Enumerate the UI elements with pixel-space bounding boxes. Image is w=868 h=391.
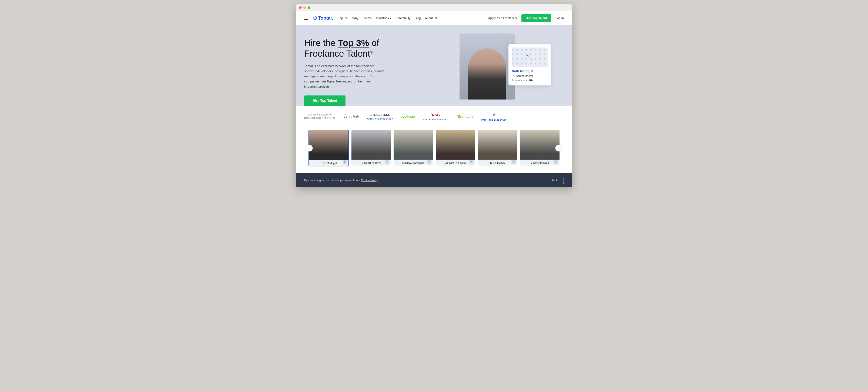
browser-window: ⬡ Toptal. Top 3% Why Clients Industries … <box>296 4 572 187</box>
airbnb-logo: airbnb <box>344 114 359 119</box>
hero-section: Hire the Top 3% of Freelance Talent® Top… <box>296 25 572 106</box>
hero-title: Hire the Top 3% of Freelance Talent® <box>304 38 411 59</box>
freelancer-card-ruth[interactable]: Ruth Madrigal T <box>308 130 349 166</box>
toptal-watermark-matthew: T <box>427 160 431 164</box>
navbar-left: ⬡ Toptal. Top 3% Why Clients Industries … <box>304 15 437 21</box>
brand-airbnb[interactable]: airbnb <box>344 114 359 119</box>
carousel-prev-button[interactable]: ‹ <box>306 145 313 151</box>
navbar-right: Apply as a Freelancer Hire Top Talent Lo… <box>488 14 564 22</box>
freelancers-carousel: ‹ Ruth Madrigal T Vladimir Mitrovic T <box>304 127 564 169</box>
person-silhouette <box>468 48 506 100</box>
carousel-next-button[interactable]: › <box>555 145 562 151</box>
duolingo-logo: duolingo <box>401 115 415 118</box>
shopify-logo: 🛍 shopify <box>457 114 473 119</box>
logo-icon: ⬡ <box>313 16 317 21</box>
check-icon: ☑ <box>512 74 515 78</box>
emily-photo <box>478 130 517 160</box>
cookie-text: By continuing to use this site you agree… <box>304 178 378 182</box>
trusted-brands-section: TRUSTED BY LEADINGBRANDS AND STARTUPS ai… <box>296 106 572 127</box>
minimize-button[interactable] <box>303 6 306 9</box>
nav-community[interactable]: Community <box>396 17 411 20</box>
freelancer-card-danielle[interactable]: Danielle Thompson T <box>436 130 475 166</box>
freelancer-card-vladimir[interactable]: Vladimir Mitrovic T <box>351 130 391 166</box>
toptal-watermark-ruth: T <box>343 160 347 164</box>
freelancers-section: ‹ Ruth Madrigal T Vladimir Mitrovic T <box>296 127 572 173</box>
ruth-photo <box>309 130 348 160</box>
freelancer-card-emily[interactable]: Emily Dubow T <box>478 130 517 166</box>
hero-cta-button[interactable]: Hire Top Talent <box>304 95 345 106</box>
nav-industries[interactable]: Industries ▾ <box>376 17 391 20</box>
bridgestone-case-study: WATCH THE CASE STUDY <box>367 118 393 120</box>
login-link[interactable]: Log In <box>556 17 564 20</box>
danielle-photo <box>436 130 475 160</box>
chevron-down-icon: ▾ <box>390 17 391 20</box>
brand-bridgestone[interactable]: BRIDGESTONE WATCH THE CASE STUDY <box>367 113 393 120</box>
close-button[interactable] <box>299 6 302 9</box>
toptal-logo[interactable]: ⬡ Toptal. <box>313 15 333 21</box>
logo-text: Toptal. <box>318 15 333 21</box>
brand-shopify[interactable]: 🛍 shopify <box>457 114 473 119</box>
hamburger-menu[interactable] <box>304 17 308 20</box>
nav-clients[interactable]: Clients <box>363 17 372 20</box>
hero-description: Toptal is an exclusive network of the to… <box>304 63 385 89</box>
nav-links: Top 3% Why Clients Industries ▾ Communit… <box>338 17 437 20</box>
map-pin <box>527 55 528 57</box>
nav-blog[interactable]: Blog <box>415 17 421 20</box>
hero-person-image <box>460 33 515 100</box>
toptal-watermark-vladimir: T <box>385 160 389 164</box>
usc-logo: ⚔ USC <box>431 112 440 117</box>
cookie-got-it-button[interactable]: Got it <box>548 177 564 184</box>
hero-content: Hire the Top 3% of Freelance Talent® Top… <box>304 35 411 106</box>
apply-freelancer-link[interactable]: Apply as a Freelancer <box>488 17 517 20</box>
toptal-watermark-danielle: T <box>469 160 473 164</box>
brands-list: airbnb BRIDGESTONE WATCH THE CASE STUDY … <box>344 112 564 121</box>
cavaliers-logo: ⚜ <box>492 112 496 118</box>
nav-top3[interactable]: Top 3% <box>338 17 348 20</box>
profile-skill: ☑ Scrum Master <box>512 74 548 78</box>
nav-about[interactable]: About Us <box>425 17 437 20</box>
profile-name: Ruth Madrigal <box>512 69 548 73</box>
cavaliers-case-study: WATCH THE CASE STUDY <box>481 119 507 121</box>
maximize-button[interactable] <box>308 6 310 9</box>
profile-previous: Previously at IBM <box>512 79 548 82</box>
profile-map <box>512 48 548 67</box>
vladimir-photo <box>351 130 391 160</box>
freelancer-card-matthew[interactable]: Matthew Wackentin T <box>394 130 433 166</box>
freelancer-card-casey[interactable]: Casey Arrington T <box>520 130 560 166</box>
cookie-banner: By continuing to use this site you agree… <box>296 173 572 187</box>
trusted-label: TRUSTED BY LEADINGBRANDS AND STARTUPS <box>304 113 335 120</box>
navbar: ⬡ Toptal. Top 3% Why Clients Industries … <box>296 11 572 25</box>
toptal-watermark-casey: T <box>554 160 558 164</box>
brand-cavaliers[interactable]: ⚜ WATCH THE CASE STUDY <box>481 112 507 121</box>
bridgestone-logo: BRIDGESTONE <box>370 113 390 116</box>
toptal-watermark-emily: T <box>512 160 516 164</box>
freelancers-grid: Ruth Madrigal T Vladimir Mitrovic T Matt… <box>308 127 560 169</box>
usc-case-study: WATCH THE CASE STUDY <box>423 118 449 120</box>
hero-visual: Ruth Madrigal ☑ Scrum Master Previously … <box>411 35 564 100</box>
brand-duolingo[interactable]: duolingo <box>401 115 415 118</box>
profile-card: Ruth Madrigal ☑ Scrum Master Previously … <box>508 44 551 85</box>
nav-why[interactable]: Why <box>352 17 358 20</box>
casey-photo <box>520 130 560 160</box>
cookie-policy-link[interactable]: Cookie Policy <box>361 178 378 182</box>
brand-usc[interactable]: ⚔ USC WATCH THE CASE STUDY <box>423 112 449 120</box>
hire-top-talent-button[interactable]: Hire Top Talent <box>521 14 551 22</box>
matthew-photo <box>394 130 433 160</box>
browser-chrome <box>296 4 572 11</box>
map-background <box>512 48 548 67</box>
